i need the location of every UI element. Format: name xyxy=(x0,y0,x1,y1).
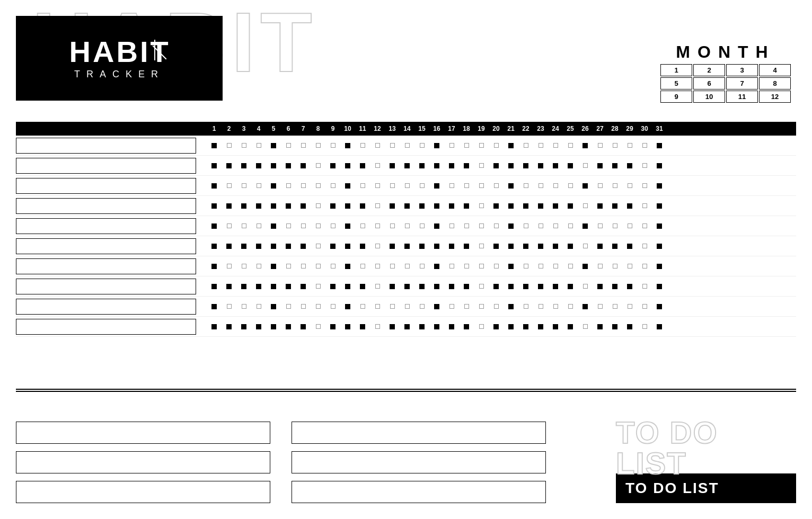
dot-cell-5-14[interactable] xyxy=(414,244,429,249)
dot-cell-3-10[interactable] xyxy=(355,203,370,209)
dot-cell-3-9[interactable] xyxy=(340,203,355,209)
dot-cell-1-10[interactable] xyxy=(355,163,370,168)
dot-cell-4-17[interactable] xyxy=(459,223,474,228)
dot-cell-2-12[interactable] xyxy=(385,183,400,188)
dot-cell-4-28[interactable] xyxy=(622,223,637,228)
dot-cell-3-27[interactable] xyxy=(607,203,622,209)
dot-cell-4-10[interactable] xyxy=(355,223,370,228)
dot-cell-3-2[interactable] xyxy=(236,203,251,209)
dot-cell-6-12[interactable] xyxy=(385,264,400,269)
dot-cell-4-0[interactable] xyxy=(207,223,222,229)
dot-cell-5-18[interactable] xyxy=(474,244,489,248)
dot-cell-1-18[interactable] xyxy=(474,163,489,168)
dot-cell-7-14[interactable] xyxy=(414,284,429,289)
dot-cell-3-14[interactable] xyxy=(414,203,429,209)
dot-cell-8-18[interactable] xyxy=(474,304,489,309)
dot-cell-9-17[interactable] xyxy=(459,324,474,329)
dot-cell-1-13[interactable] xyxy=(400,163,414,168)
dot-cell-2-16[interactable] xyxy=(444,183,459,188)
dot-cell-1-3[interactable] xyxy=(251,163,266,168)
dot-cell-0-23[interactable] xyxy=(548,143,563,148)
dot-cell-0-10[interactable] xyxy=(355,143,370,148)
dot-cell-6-16[interactable] xyxy=(444,264,459,269)
dot-cell-4-23[interactable] xyxy=(548,223,563,228)
dot-cell-7-20[interactable] xyxy=(504,284,518,289)
dot-cell-8-12[interactable] xyxy=(385,304,400,309)
dot-cell-1-1[interactable] xyxy=(222,163,236,168)
dot-cell-5-7[interactable] xyxy=(311,244,325,248)
dot-cell-0-26[interactable] xyxy=(593,143,607,148)
dot-cell-8-9[interactable] xyxy=(340,304,355,309)
dot-cell-2-10[interactable] xyxy=(355,183,370,188)
dot-cell-8-25[interactable] xyxy=(578,304,593,309)
dot-cell-5-4[interactable] xyxy=(266,244,281,249)
dot-cell-1-29[interactable] xyxy=(637,163,652,168)
dot-cell-5-25[interactable] xyxy=(578,244,593,248)
dot-cell-0-1[interactable] xyxy=(222,143,236,148)
dot-cell-0-12[interactable] xyxy=(385,143,400,148)
dot-cell-3-21[interactable] xyxy=(518,203,533,209)
dot-cell-3-5[interactable] xyxy=(281,203,296,209)
dot-cell-0-13[interactable] xyxy=(400,143,414,148)
month-cell-6[interactable]: 6 xyxy=(693,77,725,90)
month-cell-3[interactable]: 3 xyxy=(726,64,758,76)
dot-cell-4-27[interactable] xyxy=(607,223,622,228)
dot-cell-4-20[interactable] xyxy=(504,223,518,229)
dot-cell-7-11[interactable] xyxy=(370,284,385,289)
dot-cell-6-13[interactable] xyxy=(400,264,414,269)
dot-cell-1-21[interactable] xyxy=(518,163,533,168)
dot-cell-5-24[interactable] xyxy=(563,244,578,249)
dot-cell-5-28[interactable] xyxy=(622,244,637,249)
dot-cell-0-18[interactable] xyxy=(474,143,489,148)
dot-cell-8-2[interactable] xyxy=(236,304,251,309)
dot-cell-1-24[interactable] xyxy=(563,163,578,168)
dot-cell-9-6[interactable] xyxy=(296,324,311,329)
dot-cell-3-11[interactable] xyxy=(370,203,385,208)
dot-cell-3-1[interactable] xyxy=(222,203,236,209)
dot-cell-2-15[interactable] xyxy=(429,183,444,189)
dot-cell-0-11[interactable] xyxy=(370,143,385,148)
dot-cell-3-26[interactable] xyxy=(593,203,607,209)
dot-cell-7-7[interactable] xyxy=(311,284,325,289)
dot-cell-8-30[interactable] xyxy=(652,304,667,309)
dot-cell-0-2[interactable] xyxy=(236,143,251,148)
dot-cell-4-3[interactable] xyxy=(251,223,266,228)
month-cell-1[interactable]: 1 xyxy=(660,64,692,76)
habit-label-4[interactable] xyxy=(16,218,196,234)
dot-cell-6-29[interactable] xyxy=(637,264,652,269)
dot-cell-3-23[interactable] xyxy=(548,203,563,209)
dot-cell-2-2[interactable] xyxy=(236,183,251,188)
dot-cell-6-22[interactable] xyxy=(533,264,548,269)
dot-cell-8-24[interactable] xyxy=(563,304,578,309)
dot-cell-2-25[interactable] xyxy=(578,183,593,189)
dot-cell-7-19[interactable] xyxy=(489,284,504,289)
dot-cell-2-19[interactable] xyxy=(489,183,504,188)
dot-cell-9-16[interactable] xyxy=(444,324,459,329)
dot-cell-0-8[interactable] xyxy=(325,143,340,148)
dot-cell-8-5[interactable] xyxy=(281,304,296,309)
dot-cell-9-27[interactable] xyxy=(607,324,622,329)
dot-cell-3-3[interactable] xyxy=(251,203,266,209)
dot-cell-4-8[interactable] xyxy=(325,223,340,228)
dot-cell-0-20[interactable] xyxy=(504,143,518,148)
month-cell-11[interactable]: 11 xyxy=(726,91,758,103)
dot-cell-5-26[interactable] xyxy=(593,244,607,249)
habit-label-1[interactable] xyxy=(16,158,196,174)
dot-cell-0-15[interactable] xyxy=(429,143,444,148)
dot-cell-0-22[interactable] xyxy=(533,143,548,148)
dot-cell-3-29[interactable] xyxy=(637,203,652,208)
dot-cell-9-10[interactable] xyxy=(355,324,370,329)
dot-cell-9-21[interactable] xyxy=(518,324,533,329)
dot-cell-4-2[interactable] xyxy=(236,223,251,228)
dot-cell-5-23[interactable] xyxy=(548,244,563,249)
dot-cell-6-25[interactable] xyxy=(578,264,593,269)
dot-cell-5-10[interactable] xyxy=(355,244,370,249)
dot-cell-6-24[interactable] xyxy=(563,264,578,269)
dot-cell-6-14[interactable] xyxy=(414,264,429,269)
dot-cell-0-21[interactable] xyxy=(518,143,533,148)
habit-label-9[interactable] xyxy=(16,319,196,335)
dot-cell-4-18[interactable] xyxy=(474,223,489,228)
dot-cell-0-3[interactable] xyxy=(251,143,266,148)
dot-cell-6-6[interactable] xyxy=(296,264,311,269)
dot-cell-6-17[interactable] xyxy=(459,264,474,269)
